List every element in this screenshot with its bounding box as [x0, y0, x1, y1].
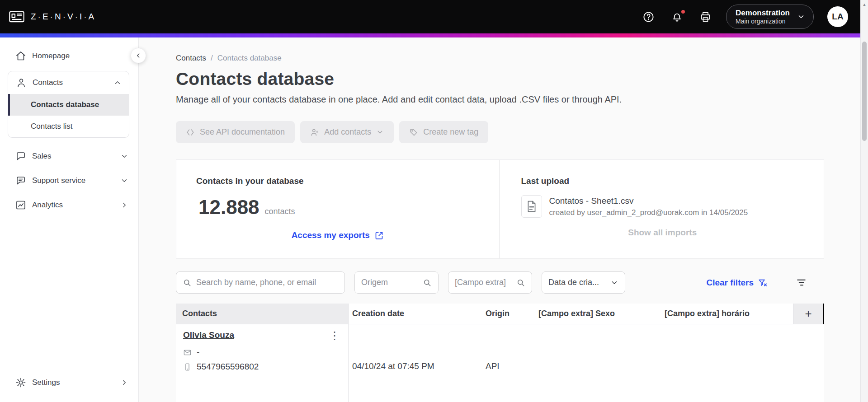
email-icon: [183, 348, 192, 357]
sidebar-item-contacts-database[interactable]: Contacts database: [8, 94, 129, 116]
clear-filter-icon: [758, 278, 768, 288]
brand-name: Z·E·N·V·I·A: [31, 12, 96, 22]
sidebar-item-homepage[interactable]: Homepage: [0, 44, 138, 68]
mobile-icon: [183, 363, 192, 371]
search-input[interactable]: [196, 278, 338, 287]
extra-field-filter-input[interactable]: [455, 278, 512, 287]
contacts-table: Contacts Creation date Origin [Campo ext…: [176, 304, 824, 402]
sidebar-item-label: Contacts: [33, 78, 63, 87]
home-icon: [15, 51, 26, 61]
contact-origin: API: [482, 324, 535, 402]
sidebar-item-label: Settings: [32, 378, 60, 387]
extra-field-filter-box[interactable]: [448, 271, 532, 294]
support-chat-icon: [15, 175, 26, 186]
brand: Z·E·N·V·I·A: [8, 9, 96, 24]
sidebar-item-label: Contacts list: [31, 122, 73, 131]
kebab-menu-icon[interactable]: ⋮: [329, 330, 340, 341]
stats-panel: Contacts in your database 12.888 contact…: [176, 159, 824, 259]
api-icon: [186, 128, 195, 137]
button-label: Create new tag: [423, 127, 478, 137]
contact-name-link[interactable]: Olivia Souza: [183, 330, 234, 340]
contact-sexo-cell: [535, 324, 661, 402]
export-icon: [374, 231, 384, 240]
analytics-icon: [15, 200, 26, 210]
show-all-imports-button[interactable]: Show all imports: [628, 228, 697, 238]
scrollbar-up-arrow[interactable]: ▲: [861, 0, 868, 7]
table-header-row: Contacts Creation date Origin [Campo ext…: [176, 304, 824, 324]
scrollbar-thumb[interactable]: [862, 42, 867, 141]
notifications-button[interactable]: [668, 8, 686, 26]
page-title: Contacts database: [176, 69, 831, 89]
search-icon: [516, 278, 525, 287]
main-content: Contacts / Contacts database Contacts da…: [139, 37, 868, 402]
contact-horario-cell: [661, 324, 793, 402]
column-header-origin: Origin: [482, 304, 535, 324]
avatar[interactable]: LA: [827, 6, 848, 27]
button-label: Add contacts: [324, 127, 371, 137]
contacts-count-title: Contacts in your database: [196, 176, 479, 186]
org-subtitle: Main organization: [736, 18, 786, 26]
last-upload-title: Last upload: [521, 176, 804, 186]
organization-switcher[interactable]: Demonstration Main organization: [726, 5, 814, 29]
gear-icon: [15, 377, 26, 388]
help-button[interactable]: [640, 8, 657, 26]
sidebar-collapse-button[interactable]: [131, 48, 146, 63]
contacts-count-card: Contacts in your database 12.888 contact…: [176, 160, 499, 258]
clear-filters-button[interactable]: Clear filters: [706, 278, 768, 288]
contact-phone: 5547965596802: [197, 362, 259, 372]
sidebar-item-sales[interactable]: Sales: [0, 144, 138, 168]
sidebar-item-label: Sales: [32, 152, 52, 161]
topbar-actions: Demonstration Main organization LA: [629, 5, 848, 29]
link-label: Access my exports: [292, 230, 370, 240]
search-icon: [423, 278, 432, 287]
contact-creation-date: 04/10/24 at 07:45 PM: [349, 324, 482, 402]
upload-file-meta: created by user_admin_2_prod@uorak.com i…: [549, 208, 748, 217]
filter-lines-icon: [796, 277, 807, 288]
contact-email: -: [197, 347, 199, 357]
sidebar-item-label: Analytics: [32, 201, 63, 210]
tag-icon: [409, 128, 418, 137]
chevron-down-icon: [120, 152, 128, 160]
printer-icon: [699, 11, 712, 23]
column-header-contacts: Contacts: [176, 304, 349, 324]
last-upload-card: Last upload Contatos - Sheet1.csv create…: [499, 160, 824, 258]
breadcrumb: Contacts / Contacts database: [176, 54, 831, 63]
add-column-button[interactable]: +: [793, 304, 824, 324]
sidebar-group-contacts: Contacts Contacts database Contacts list: [8, 71, 129, 138]
sidebar-item-label: Contacts database: [31, 100, 99, 109]
create-new-tag-button[interactable]: Create new tag: [399, 121, 488, 143]
access-my-exports-link[interactable]: Access my exports: [292, 230, 384, 240]
see-api-documentation-button[interactable]: See API documentation: [176, 121, 295, 143]
breadcrumb-current: Contacts database: [217, 54, 282, 63]
contacts-count-row: 12.888 contacts: [196, 196, 479, 219]
chevron-left-icon: [135, 52, 142, 59]
sidebar-item-contacts-list[interactable]: Contacts list: [8, 116, 129, 137]
column-header-campo-extra-horario: [Campo extra] horário: [661, 304, 793, 324]
contacts-icon: [16, 77, 27, 88]
sidebar-item-label: Support service: [32, 176, 85, 185]
sidebar-item-contacts[interactable]: Contacts: [8, 71, 129, 94]
search-icon: [183, 278, 192, 287]
filters-row: Data de cria... Clear filters: [176, 271, 824, 294]
creation-date-filter-label: Data de cria...: [548, 278, 599, 287]
add-contacts-button[interactable]: Add contacts: [300, 121, 394, 143]
page-scrollbar: ▲: [860, 0, 868, 402]
sidebar-item-settings[interactable]: Settings: [0, 370, 138, 395]
button-label: See API documentation: [200, 127, 285, 137]
sidebar: Homepage Contacts Contacts database Cont…: [0, 37, 139, 402]
advanced-filters-button[interactable]: [794, 275, 809, 290]
sidebar-item-support-service[interactable]: Support service: [0, 168, 138, 193]
search-box[interactable]: [176, 271, 345, 294]
breadcrumb-contacts[interactable]: Contacts: [176, 54, 206, 63]
file-icon: [521, 195, 542, 218]
origin-filter-box[interactable]: [354, 271, 439, 294]
person-add-icon: [310, 128, 319, 137]
creation-date-filter[interactable]: Data de cria...: [542, 271, 625, 294]
origin-filter-input[interactable]: [361, 278, 418, 287]
print-button[interactable]: [697, 8, 714, 26]
sidebar-item-label: Homepage: [32, 51, 70, 61]
upload-file-name: Contatos - Sheet1.csv: [549, 196, 748, 206]
chat-icon: [15, 151, 26, 162]
contacts-count: 12.888: [198, 196, 259, 219]
sidebar-item-analytics[interactable]: Analytics: [0, 193, 138, 217]
